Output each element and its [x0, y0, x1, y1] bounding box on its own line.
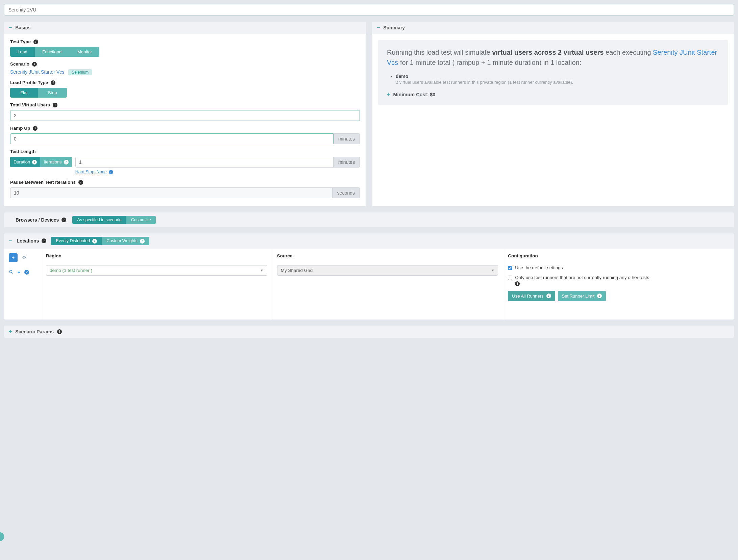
selenium-badge: Selenium [68, 69, 92, 75]
info-icon[interactable]: i [33, 126, 38, 131]
info-icon[interactable]: i [515, 281, 520, 286]
scenario-params-header[interactable]: + Scenario Params i [4, 326, 734, 338]
add-row-icon[interactable]: + [18, 270, 20, 275]
test-length-label: Test Length [10, 149, 36, 154]
dist-even[interactable]: Evenly Distributed i [51, 237, 102, 245]
browsers-devices-bar: Browsers / Devices i As specified in sce… [4, 212, 734, 227]
info-icon[interactable]: i [57, 329, 62, 334]
locations-dist-toggle: Evenly Distributed i Custom Weights i [51, 237, 149, 245]
info-icon[interactable]: i [42, 238, 46, 243]
scenario-label: Scenario [10, 61, 29, 67]
ramp-up-unit: minutes [334, 133, 360, 144]
test-length-iterations[interactable]: Iterations i [40, 157, 72, 167]
load-profile-label: Load Profile Type [10, 80, 48, 85]
browsers-customize[interactable]: Customize [126, 216, 156, 224]
delete-row-icon[interactable]: ✕ [24, 270, 29, 275]
hard-stop-link[interactable]: Hard Stop: None i [75, 170, 113, 175]
locations-panel: − Locations i Evenly Distributed i Custo… [4, 233, 734, 320]
use-default-checkbox[interactable] [508, 266, 512, 270]
summary-panel: − Summary Running this load test will si… [372, 22, 734, 206]
refresh-icon[interactable]: ⟳ [22, 255, 27, 261]
dist-custom[interactable]: Custom Weights i [102, 237, 149, 245]
source-select[interactable]: My Shared Grid ▼ [277, 265, 498, 276]
info-icon[interactable]: i [33, 40, 38, 44]
basics-panel: − Basics Test Type i Load Functional Mon… [4, 22, 366, 206]
browsers-as-specified[interactable]: As specified in scenario [72, 216, 126, 224]
only-idle-checkbox[interactable] [508, 276, 512, 280]
basics-header-label: Basics [15, 25, 30, 30]
test-length-toggle: Duration i Iterations i [10, 157, 72, 167]
pause-unit: seconds [333, 187, 360, 198]
load-profile-step[interactable]: Step [38, 88, 67, 98]
load-profile-flat[interactable]: Flat [10, 88, 38, 98]
pause-input[interactable] [10, 187, 333, 198]
locations-header-label: Locations [17, 238, 39, 244]
scenario-link[interactable]: Serenity JUnit Starter Vcs [10, 69, 64, 75]
min-cost-row[interactable]: + Minimum Cost: $0 [387, 91, 719, 98]
summary-content: Running this load test will simulate vir… [378, 40, 728, 105]
min-cost-label: Minimum Cost: $0 [393, 92, 436, 97]
test-length-duration[interactable]: Duration i [10, 157, 40, 167]
browsers-devices-toggle: As specified in scenario Customize [72, 216, 155, 224]
pause-label: Pause Between Test Iterations [10, 180, 76, 185]
info-icon[interactable]: i [78, 180, 83, 185]
info-icon: i [32, 160, 37, 164]
summary-header-label: Summary [383, 25, 405, 30]
test-type-functional[interactable]: Functional [35, 47, 70, 57]
info-icon[interactable]: i [62, 218, 66, 222]
use-default-checkbox-row[interactable]: Use the default settings [508, 265, 729, 270]
region-select[interactable]: demo (1 test runner ) ▼ [46, 265, 267, 276]
total-vu-label: Total Virtual Users [10, 102, 50, 107]
test-length-input[interactable] [75, 157, 334, 168]
summary-panel-header[interactable]: − Summary [372, 22, 734, 34]
info-icon: i [92, 239, 97, 244]
expand-icon: + [9, 329, 12, 334]
test-length-unit: minutes [334, 157, 360, 168]
info-icon[interactable]: i [51, 80, 55, 85]
info-icon[interactable]: i [53, 103, 57, 107]
total-vu-input[interactable] [10, 110, 360, 121]
test-name-input[interactable] [4, 4, 734, 16]
test-type-toggle: Load Functional Monitor [10, 47, 99, 57]
summary-location-name: demo [396, 74, 408, 79]
add-location-button[interactable]: + [9, 253, 18, 262]
config-column-header: Configuration [508, 253, 729, 258]
info-icon: i [597, 294, 602, 298]
chevron-down-icon: ▼ [260, 269, 264, 272]
test-type-load[interactable]: Load [10, 47, 35, 57]
region-column-header: Region [46, 253, 267, 258]
search-icon[interactable] [9, 270, 14, 275]
set-runner-limit-button[interactable]: Set Runner Limit i [558, 291, 606, 301]
collapse-icon[interactable]: − [9, 238, 12, 244]
load-profile-toggle: Flat Step [10, 88, 67, 98]
test-type-label: Test Type [10, 39, 31, 44]
summary-location-sub: 2 virtual users available test runners i… [396, 80, 719, 85]
test-type-monitor[interactable]: Monitor [70, 47, 99, 57]
info-icon: i [140, 239, 145, 244]
use-all-runners-button[interactable]: Use All Runners i [508, 291, 555, 301]
collapse-icon: − [377, 25, 380, 30]
scenario-params-label: Scenario Params [15, 329, 54, 334]
only-idle-checkbox-row[interactable]: Only use test runners that are not curre… [508, 275, 729, 286]
info-icon: i [64, 160, 69, 164]
collapse-icon: − [9, 25, 12, 30]
plus-icon: + [387, 91, 391, 98]
browsers-devices-label: Browsers / Devices [16, 217, 59, 223]
svg-line-1 [12, 272, 13, 273]
ramp-up-label: Ramp Up [10, 126, 30, 131]
ramp-up-input[interactable] [10, 133, 334, 144]
info-icon[interactable]: i [32, 62, 37, 67]
svg-point-0 [9, 270, 12, 273]
info-icon: i [546, 294, 551, 298]
source-column-header: Source [277, 253, 498, 258]
info-icon: i [109, 170, 113, 174]
basics-panel-header[interactable]: − Basics [4, 22, 366, 34]
chevron-down-icon: ▼ [491, 269, 494, 272]
